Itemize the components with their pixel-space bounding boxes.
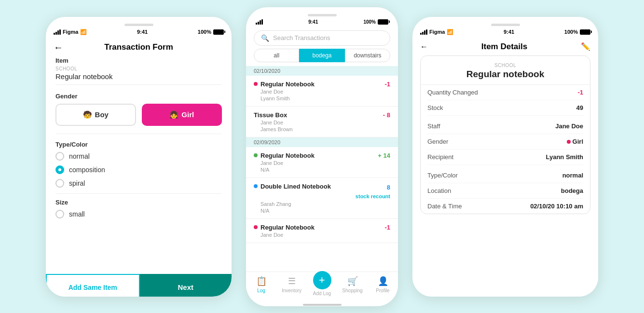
radio-circle-normal [55, 152, 64, 161]
gender-value-text: Girl [573, 138, 583, 145]
log-item-name-4: Double Lined Notebook [254, 183, 331, 190]
gender-buttons: 🧒 Boy 👧 Girl [55, 104, 222, 126]
status-right-mid: 100% [363, 19, 388, 25]
status-right-left: 100% [198, 29, 224, 35]
log-sub-4a: Sarah Zhang [254, 201, 390, 207]
app-label: Figma [63, 29, 78, 35]
log-qty-3: + 14 [378, 152, 390, 159]
log-sub-5a: Jane Doe [254, 232, 390, 238]
filter-all[interactable]: all [254, 49, 299, 62]
radio-label-normal: normal [69, 152, 90, 160]
gender-label: Gender [55, 93, 222, 100]
log-item-name-2: Tissue Box [254, 111, 287, 119]
radio-label-composition: composition [69, 166, 105, 174]
bottom-nav: 📋 Log ☰ Inventory + Add Log 🛒 Shopping 👤… [246, 272, 398, 301]
dot-5 [254, 225, 258, 229]
nav-log-label: Log [257, 288, 265, 293]
detail-row-datetime: Date & Time 02/10/20 10:10 am [427, 199, 583, 214]
gender-dot-wrap: Girl [567, 138, 583, 145]
radio-spiral[interactable]: spiral [55, 179, 222, 188]
search-icon: 🔍 [261, 34, 269, 42]
profile-icon: 👤 [378, 276, 388, 286]
item-value: Regular notebook [55, 72, 222, 85]
radio-small[interactable]: small [55, 210, 222, 218]
row-label-recipient: Recipient [427, 153, 453, 161]
search-wrap: 🔍 Search Transactions [246, 27, 398, 49]
radio-circle-spiral [55, 179, 64, 188]
nav-add[interactable]: + Add Log [307, 276, 337, 296]
row-label-staff: Staff [427, 122, 440, 130]
nav-shopping[interactable]: 🛒 Shopping [337, 276, 368, 296]
row-label-qty-changed: Quantity Changed [427, 89, 478, 96]
search-bar[interactable]: 🔍 Search Transactions [254, 30, 390, 46]
card-sublabel: SCHOOL [428, 63, 582, 68]
log-icon: 📋 [256, 276, 267, 286]
log-item-5[interactable]: Regular Notebook -1 Jane Doe [246, 219, 398, 243]
detail-header: ← Item Details ✏️ [412, 37, 598, 55]
gender-section: Gender 🧒 Boy 👧 Girl [55, 93, 222, 126]
nav-inventory-label: Inventory [282, 288, 301, 293]
add-log-button[interactable]: + [313, 271, 331, 289]
signal-icon-right [420, 29, 427, 35]
row-value-location: bodega [561, 187, 583, 194]
detail-row-recipient: Recipient Lyann Smith [427, 150, 583, 165]
signal-icon [54, 29, 61, 35]
filter-bodega[interactable]: bodega [299, 49, 344, 62]
screen-mid: 🔍 Search Transactions all bodega downsta… [246, 27, 398, 306]
nav-shopping-label: Shopping [342, 288, 362, 293]
back-button-right[interactable]: ← [420, 42, 428, 51]
radio-composition[interactable]: composition [55, 165, 222, 174]
row-value-stock: 49 [576, 104, 583, 111]
next-button[interactable]: Next [140, 274, 232, 297]
status-left-right: Figma 📶 [420, 29, 453, 35]
boy-button[interactable]: 🧒 Boy [55, 104, 136, 126]
search-input[interactable]: Search Transactions [273, 34, 330, 41]
filter-downstairs[interactable]: downstairs [345, 49, 390, 62]
log-qty-1: -1 [384, 81, 390, 88]
nav-log[interactable]: 📋 Log [246, 276, 276, 296]
detail-row-gender: Gender Girl [427, 134, 583, 150]
add-same-button[interactable]: Add Same Item [46, 274, 140, 297]
log-sub-4b: N/A [254, 208, 390, 214]
log-name-1: Regular Notebook [260, 81, 315, 88]
size-label: Size [55, 199, 222, 206]
radio-circle-small [55, 210, 64, 218]
dot-4 [254, 184, 258, 188]
detail-row-staff: Staff Jane Doe [427, 119, 583, 134]
item-label: Item [55, 57, 222, 64]
detail-row-stock: Stock 49 [427, 100, 583, 116]
detail-title: Item Details [481, 42, 527, 52]
type-section: Type/Color normal composition spiral [55, 141, 222, 188]
log-sub-2a: Jane Doe [254, 120, 390, 125]
nav-profile-label: Profile [376, 288, 389, 293]
radio-normal[interactable]: normal [55, 152, 222, 161]
date-header-2: 02/09/2020 [246, 137, 398, 147]
status-bar-left: Figma 📶 9:41 100% [46, 26, 232, 37]
log-item-4[interactable]: Double Lined Notebook 8 stock recount Sa… [246, 178, 398, 219]
log-item-3[interactable]: Regular Notebook + 14 Jane Doe N/A [246, 147, 398, 178]
row-label-stock: Stock [427, 104, 443, 111]
row-label-location: Location [427, 187, 451, 194]
log-item-2[interactable]: Tissue Box - 8 Jane Doe James Brown [246, 107, 398, 137]
row-value-staff: Jane Doe [555, 122, 583, 130]
log-qty-4: 8 [387, 184, 390, 191]
back-button-left[interactable]: ← [54, 42, 63, 53]
edit-icon[interactable]: ✏️ [581, 42, 590, 51]
form-body: Item SCHOOL Regular notebook Gender 🧒 Bo… [46, 57, 232, 218]
row-value-datetime: 02/10/20 10:10 am [530, 203, 583, 210]
log-sub-3a: Jane Doe [254, 160, 390, 166]
wifi-icon: 📶 [80, 29, 87, 35]
radio-circle-composition [55, 165, 64, 174]
nav-profile[interactable]: 👤 Profile [368, 276, 398, 296]
divider-type [55, 193, 222, 194]
time-mid: 9:41 [308, 19, 318, 25]
battery-icon-left [213, 29, 224, 35]
date-header-1: 02/10/2020 [246, 66, 398, 76]
girl-button[interactable]: 👧 Girl [142, 104, 222, 126]
log-item-1[interactable]: Regular Notebook -1 Jane Doe Lyann Smith [246, 76, 398, 107]
type-label: Type/Color [55, 141, 222, 148]
status-left-mid [256, 19, 263, 25]
status-bar-right: Figma 📶 9:41 100% [412, 26, 598, 37]
nav-inventory[interactable]: ☰ Inventory [276, 276, 307, 296]
log-qty-5: -1 [384, 224, 390, 231]
